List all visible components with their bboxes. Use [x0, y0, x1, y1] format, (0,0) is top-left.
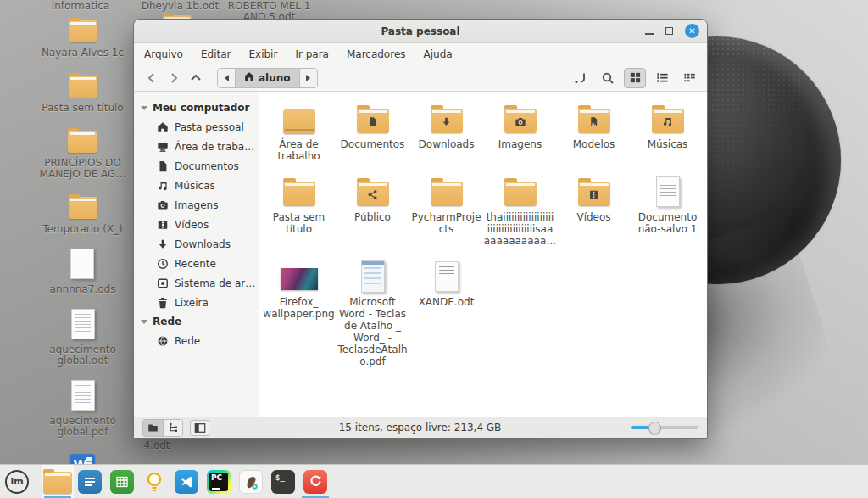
desktop-icon[interactable]: Temporario (X_): [42, 193, 123, 235]
desktop-icon[interactable]: Nayara Alves 1c: [42, 17, 124, 59]
menu-item-ir-para[interactable]: Ir para: [295, 48, 329, 60]
menu-item-marcadores[interactable]: Marcadores: [347, 48, 406, 60]
window-titlebar[interactable]: Pasta pessoal ✕: [134, 20, 707, 43]
sidebar-item-v-deos[interactable]: Vídeos: [134, 215, 259, 234]
mint-menu-button[interactable]: lm: [5, 470, 29, 494]
trash-icon: [156, 296, 169, 309]
search-icon[interactable]: [597, 68, 619, 88]
desktop-icon[interactable]: PRINCÍPIOS DO MANEJO DE AG…: [40, 127, 126, 180]
sidebar-treeview-toggle-icon[interactable]: [163, 420, 182, 436]
sidebar-item-downloads[interactable]: Downloads: [134, 234, 259, 254]
maximize-button-icon[interactable]: [665, 27, 673, 35]
desktop-icon[interactable]: aquecimento global.pdf: [49, 380, 116, 438]
hide-sidebar-button-icon[interactable]: [190, 420, 209, 436]
disk-icon: [156, 277, 169, 289]
desktop-label-informatica[interactable]: informatica: [25, 1, 136, 12]
sidebar-places-toggle-icon[interactable]: [143, 420, 163, 436]
taskbar-item-libreoffice-calc[interactable]: [106, 465, 138, 498]
menu-item-ajuda[interactable]: Ajuda: [424, 48, 453, 60]
sidebar-item-pasta-pessoal[interactable]: Pasta pessoal: [134, 117, 259, 137]
back-button[interactable]: [141, 68, 163, 88]
breadcrumb-prev-icon[interactable]: [218, 69, 235, 87]
desktop-icon[interactable]: Pasta sem título: [42, 72, 123, 114]
folder-icon: [69, 20, 97, 42]
sidebar-item--rea-de-traba-[interactable]: Área de traba…: [134, 137, 259, 156]
up-button[interactable]: [185, 68, 207, 88]
breadcrumb-current[interactable]: aluno: [235, 69, 300, 87]
desktop-icon-label: Nayara Alves 1c: [42, 48, 124, 59]
file-label: Firefox_ wallpaper.png: [263, 296, 334, 320]
sidebar-item-recente[interactable]: Recente: [134, 254, 259, 273]
taskbar-item-idea-bulb[interactable]: [138, 465, 170, 498]
forward-button[interactable]: [163, 68, 185, 88]
sidebar-section-header[interactable]: Meu computador: [134, 98, 259, 117]
menu-item-editar[interactable]: Editar: [201, 48, 231, 60]
taskbar-item-updater[interactable]: [299, 465, 331, 498]
file-item[interactable]: Microsoft Word - Teclas de Atalho _ Word…: [336, 260, 409, 367]
folder-icon: [357, 182, 389, 206]
file-item[interactable]: Imagens: [483, 102, 557, 162]
file-item[interactable]: Público: [336, 175, 409, 247]
video-icon: [156, 218, 169, 231]
sidebar-item-documentos[interactable]: Documentos: [134, 156, 259, 176]
file-item[interactable]: Documento não-salvo 1: [631, 175, 704, 247]
sidebar-section-header[interactable]: Rede: [134, 312, 259, 331]
toggle-location-entry-icon[interactable]: [570, 68, 592, 88]
file-label: Downloads: [419, 138, 475, 150]
menu-item-arquivo[interactable]: Arquivo: [144, 48, 183, 60]
folder-icon: [431, 109, 463, 133]
document-thumbnail-icon: [71, 309, 95, 339]
breadcrumb-next-icon[interactable]: [300, 69, 317, 87]
zoom-slider-knob[interactable]: [648, 422, 661, 434]
file-label: Modelos: [573, 138, 615, 150]
expander-icon[interactable]: [141, 106, 147, 110]
taskbar-item-file-manager[interactable]: [42, 465, 74, 498]
file-item[interactable]: PycharmProje cts: [409, 175, 483, 247]
icon-view-button[interactable]: [624, 68, 646, 88]
sidebar-item-m-sicas[interactable]: Músicas: [134, 176, 259, 195]
vscode-icon: [175, 470, 198, 494]
expander-icon[interactable]: [141, 320, 147, 324]
sidebar-item-sistema-de-ar-[interactable]: Sistema de ar…: [134, 273, 259, 293]
taskbar-item-vscode[interactable]: [170, 465, 203, 498]
sidebar-item-rede[interactable]: Rede: [134, 331, 259, 350]
desktop-icon-label: annnna7.ods: [50, 284, 116, 295]
file-item[interactable]: thaiiiiiiiiiiiiiiiiii iiiiiiiiiiiiiiiiis…: [483, 175, 557, 247]
zoom-slider[interactable]: [631, 421, 698, 434]
files-icon: [43, 472, 72, 494]
taskbar-item-libreoffice-writer[interactable]: [74, 465, 106, 498]
file-label: Público: [354, 211, 391, 223]
menu-item-exibir[interactable]: Exibir: [248, 48, 277, 60]
folder-icon: [431, 182, 463, 206]
file-list-area[interactable]: Área de trabalhoDocumentosDownloadsImage…: [259, 92, 707, 417]
file-item[interactable]: Documentos: [336, 102, 409, 162]
file-label: Músicas: [648, 138, 688, 150]
taskbar-item-gimp[interactable]: [235, 465, 267, 498]
taskbar-item-terminal[interactable]: $_: [267, 465, 299, 498]
folder-emblem-icon: [578, 182, 610, 206]
folder-emblem-icon: [357, 182, 389, 206]
file-item[interactable]: Modelos: [557, 102, 631, 162]
file-item[interactable]: Área de trabalho: [262, 102, 336, 162]
sidebar-item-imagens[interactable]: Imagens: [134, 195, 259, 215]
close-button-icon[interactable]: ✕: [685, 24, 699, 38]
file-label: PycharmProje cts: [411, 211, 481, 235]
taskbar-item-pycharm[interactable]: PC: [203, 465, 235, 498]
file-item[interactable]: Músicas: [631, 102, 704, 162]
desktop-icon[interactable]: annnna7.ods: [50, 249, 116, 295]
desktop-icon[interactable]: aquecimento global.odt: [49, 309, 116, 367]
compact-view-button[interactable]: [678, 68, 700, 88]
file-item[interactable]: Downloads: [409, 102, 483, 162]
document-icon: [656, 176, 680, 207]
file-item[interactable]: Pasta sem título: [262, 175, 336, 247]
down-icon: [156, 238, 169, 250]
file-item[interactable]: Firefox_ wallpaper.png: [262, 260, 336, 367]
minimize-button-icon[interactable]: [645, 33, 654, 35]
file-item[interactable]: Vídeos: [557, 175, 631, 247]
list-view-button[interactable]: [651, 68, 673, 88]
file-label: Pasta sem título: [273, 211, 326, 235]
file-item[interactable]: XANDE.odt: [409, 260, 483, 367]
folder-icon: [283, 109, 315, 134]
sidebar-item-lixeira[interactable]: Lixeira: [134, 293, 259, 312]
folder-icon: [68, 131, 97, 153]
